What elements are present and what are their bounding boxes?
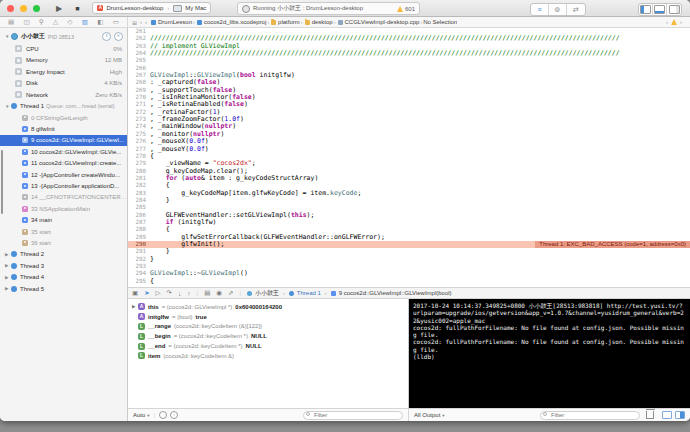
stack-frame-row[interactable]: 14 __CFNOTIFICATIONCENTER_I...: [0, 192, 127, 203]
toggle-navigator-button[interactable]: [639, 4, 653, 15]
stack-frame-row[interactable]: 13 -[AppController applicationD...: [0, 180, 127, 191]
scheme-selector[interactable]: A DrumLesson-desktop › My Mac: [92, 2, 211, 14]
run-button[interactable]: ▶: [56, 0, 62, 17]
forward-icon[interactable]: ›: [145, 19, 147, 25]
assistant-editor-button[interactable]: ⊚: [549, 4, 567, 15]
variables-view: ▶Athis= (cocos2d::GLViewImpl *)0x6040001…: [128, 299, 409, 408]
toggle-inspector-button[interactable]: [667, 4, 681, 15]
gauge-row-memory[interactable]: Memory12 MB: [0, 55, 127, 67]
console-output[interactable]: 2017-10-24 10:14:37.349825+0800 小小鼓王[285…: [409, 299, 690, 408]
report-navigator-icon[interactable]: ▭: [113, 18, 119, 26]
minimize-window-button[interactable]: [20, 5, 27, 12]
breakpoints-toggle-icon[interactable]: ➤: [144, 289, 149, 297]
back-icon[interactable]: ‹: [140, 19, 142, 25]
view-hierarchy-icon[interactable]: ▤: [204, 289, 210, 297]
variable-row[interactable]: Ainitglfw= (bool)true: [128, 312, 408, 322]
stack-frame-row[interactable]: 11 cocos2d::GLViewImpl::create...: [0, 158, 127, 169]
console-line: 2017-10-24 10:14:37.349825+0800 小小鼓王[285…: [413, 302, 686, 324]
frame-label: 33 NSApplicationMain: [31, 206, 90, 212]
previous-issue-icon[interactable]: ‹: [666, 19, 668, 25]
frame-label: 0 CFStringGetLength: [31, 115, 88, 121]
thread-row-collapsed[interactable]: ▶Thread 5: [0, 283, 127, 295]
source-editor[interactable]: 261262//////////////////////////////////…: [128, 28, 690, 287]
gauge-row-cpu[interactable]: CPU0%: [0, 43, 127, 55]
target-app-icon: A: [97, 5, 103, 11]
clear-console-icon[interactable]: [646, 411, 654, 419]
show-console-view-toggle[interactable]: [675, 411, 685, 419]
stack-frame-row[interactable]: 0 CFStringGetLength: [0, 112, 127, 123]
jump-bar-warning-icon[interactable]: [671, 19, 677, 25]
find-navigator-icon[interactable]: ⚲: [39, 18, 44, 26]
issue-navigator-icon[interactable]: △: [53, 18, 58, 26]
code-line: 295{: [128, 278, 690, 285]
related-items-icon[interactable]: ⊞: [132, 19, 137, 26]
thread-row-collapsed[interactable]: ▶Thread 2: [0, 249, 127, 261]
continue-icon[interactable]: ▷: [156, 289, 161, 297]
show-variables-view-toggle[interactable]: [662, 411, 672, 419]
zoom-window-button[interactable]: [33, 5, 40, 12]
breadcrumb-item[interactable]: cocos2d_libs.xcodeproj: [204, 19, 266, 25]
warning-count[interactable]: 601: [405, 6, 415, 12]
stack-frame-row[interactable]: 34 main: [0, 215, 127, 226]
gauge-row-energy-impact[interactable]: Energy ImpactHigh: [0, 66, 127, 78]
stack-frame-row[interactable]: 10 cocos2d::GLViewImpl::GLVie...: [0, 146, 127, 157]
variable-row[interactable]: ▶Athis= (cocos2d::GLViewImpl *)0x6040001…: [128, 302, 408, 312]
variable-row[interactable]: L__end= (cocos2d::keyCodeItem *)NULL: [128, 341, 408, 351]
console-filter-input[interactable]: [540, 411, 640, 420]
variables-filter-input[interactable]: [303, 411, 403, 420]
test-navigator-icon[interactable]: ◇: [67, 18, 72, 26]
stack-frame-row[interactable]: 12 -[AppController createWindo...: [0, 169, 127, 180]
step-out-icon[interactable]: ↑: [187, 290, 190, 297]
debug-navigator-icon[interactable]: ▥: [82, 18, 88, 26]
variables-scope-popup[interactable]: Auto: [133, 412, 145, 418]
hide-debug-area-icon[interactable]: ▣: [132, 289, 138, 297]
debug-crumb-thread[interactable]: Thread 1: [297, 290, 321, 296]
stop-button[interactable]: ■: [75, 0, 79, 17]
variable-row[interactable]: L__range(cocos2d::keyCodeItem (&)[122]): [128, 322, 408, 332]
line-number: 294: [128, 270, 150, 277]
process-view-options-icon[interactable]: ✕: [114, 32, 123, 41]
breakpoint-navigator-icon[interactable]: ◧: [97, 18, 103, 26]
toggle-debug-area-button[interactable]: [653, 4, 667, 15]
project-navigator-icon[interactable]: ▤: [8, 18, 14, 26]
gauge-row-network[interactable]: NetworkZero KB/s: [0, 89, 127, 101]
process-row[interactable]: ▼ 小小鼓王 PID 28513 ‖ ✕: [0, 30, 127, 43]
thread-row-collapsed[interactable]: ▶Thread 4: [0, 272, 127, 284]
close-window-button[interactable]: [7, 5, 14, 12]
debug-crumb-process[interactable]: 小小鼓王: [255, 289, 279, 298]
debug-crumb-frame[interactable]: 9 cocos2d::GLViewImpl::GLViewImpl(bool): [339, 290, 452, 296]
step-into-icon[interactable]: ↓: [178, 290, 181, 297]
source-control-navigator-icon[interactable]: ◫: [24, 18, 30, 26]
breadcrumb-item[interactable]: CCGLViewImpl-desktop.cpp: [345, 19, 420, 25]
stack-frame-row[interactable]: 35 start: [0, 226, 127, 237]
frame-icon: [22, 229, 28, 235]
divider: |: [154, 412, 156, 418]
stack-frame-row[interactable]: 36 start: [0, 237, 127, 248]
step-over-icon[interactable]: ↷: [167, 289, 172, 297]
simulate-location-icon[interactable]: ⇗: [228, 289, 233, 297]
breadcrumb-item[interactable]: No Selection: [423, 19, 457, 25]
breadcrumb-item[interactable]: platform: [278, 19, 300, 25]
stack-frame-row[interactable]: 8 glfwInit: [0, 123, 127, 134]
pause-process-icon[interactable]: ‖: [102, 32, 111, 41]
warning-icon[interactable]: [397, 6, 403, 12]
quicklook-eye-icon[interactable]: ◦: [159, 411, 167, 419]
info-icon[interactable]: i: [170, 411, 178, 419]
breadcrumb-item[interactable]: desktop: [312, 19, 333, 25]
console-scope-popup[interactable]: All Output: [414, 412, 440, 418]
thread-row-collapsed[interactable]: ▶Thread 3: [0, 260, 127, 272]
thread-1-row[interactable]: ▼ Thread 1 Queue: com....hread (serial): [0, 101, 127, 113]
code-token: (initglfw): [173, 218, 216, 226]
gauge-row-disk[interactable]: Disk4 KB/s: [0, 78, 127, 90]
next-issue-icon[interactable]: ›: [680, 19, 682, 25]
variable-row[interactable]: L__begin= (cocos2d::keyCodeItem *)NULL: [128, 331, 408, 341]
breadcrumb-item[interactable]: DrumLesson: [158, 19, 192, 25]
sidebar-scrollbar[interactable]: [1, 150, 3, 214]
line-number: 276: [128, 138, 150, 145]
memory-graph-icon[interactable]: ◉: [216, 289, 222, 297]
standard-editor-button[interactable]: ≡: [531, 4, 549, 15]
stack-frame-row[interactable]: 9 cocos2d::GLViewImpl::GLViewI...: [0, 135, 127, 146]
stack-frame-row[interactable]: 33 NSApplicationMain: [0, 203, 127, 214]
version-editor-button[interactable]: ⇄: [567, 4, 585, 15]
variable-row[interactable]: Litem(cocos2d::keyCodeItem &): [128, 351, 408, 361]
